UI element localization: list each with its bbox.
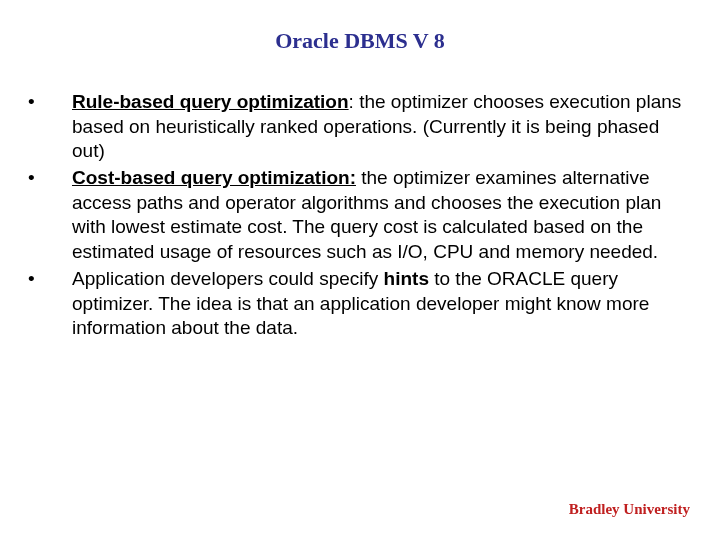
bullet-text: Rule-based query optimization: the optim… xyxy=(72,90,684,164)
bullet-item: • Application developers could specify h… xyxy=(28,267,684,341)
bullet-bold-word: hints xyxy=(384,268,429,289)
bullet-text: Cost-based query optimization: the optim… xyxy=(72,166,684,265)
bullet-item: • Rule-based query optimization: the opt… xyxy=(28,90,684,164)
bullet-emphasis: Rule-based query optimization xyxy=(72,91,349,112)
bullet-marker-icon: • xyxy=(28,267,72,292)
bullet-text: Application developers could specify hin… xyxy=(72,267,684,341)
content-area: • Rule-based query optimization: the opt… xyxy=(0,90,720,341)
bullet-emphasis: Cost-based query optimization: xyxy=(72,167,356,188)
bullet-marker-icon: • xyxy=(28,90,72,115)
slide-title: Oracle DBMS V 8 xyxy=(0,28,720,54)
bullet-item: • Cost-based query optimization: the opt… xyxy=(28,166,684,265)
bullet-pretext: Application developers could specify xyxy=(72,268,384,289)
bullet-marker-icon: • xyxy=(28,166,72,191)
footer-brand: Bradley University xyxy=(569,501,690,518)
